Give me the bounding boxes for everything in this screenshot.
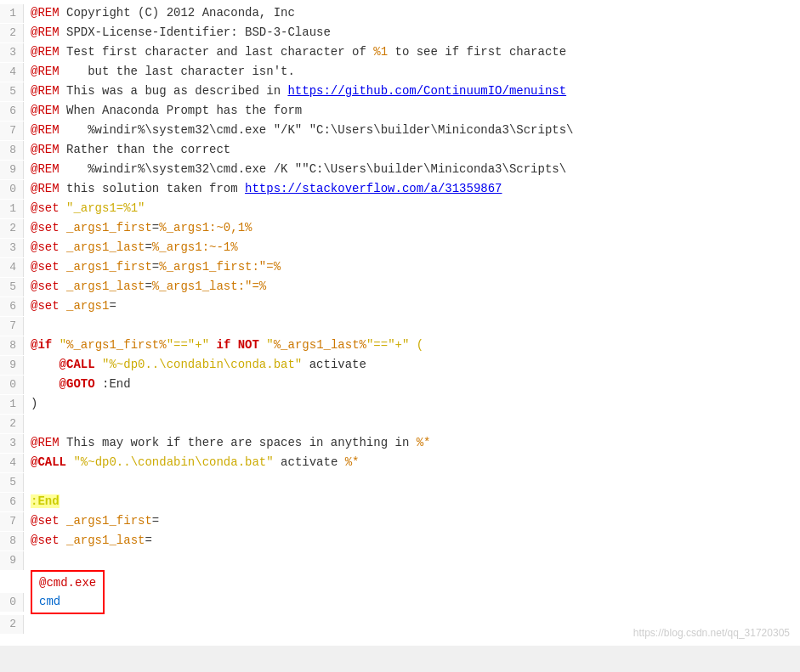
line-number: 2: [0, 415, 24, 433]
line-number: 6: [0, 297, 24, 316]
table-row: 7: [0, 316, 800, 336]
table-row: 8@if "%_args1_first%"=="+" if NOT "%_arg…: [0, 336, 800, 355]
table-row: 6@set _args1=: [0, 296, 800, 316]
line-number: 7: [0, 512, 24, 531]
line-number: 9: [0, 551, 24, 570]
line-number: 1: [0, 395, 24, 414]
table-row: 3@set _args1_last=%_args1:~-1%: [0, 238, 800, 257]
watermark: https://blog.csdn.net/qq_31720305: [633, 627, 790, 639]
line-number: 2: [0, 219, 24, 238]
table-row: 1@set "_args1=%1": [0, 199, 800, 218]
line-number: 4: [0, 63, 24, 82]
table-row: 7@REM %windir%\system32\cmd.exe "/K" "C:…: [0, 121, 800, 140]
table-row: 2@set _args1_first=%_args1:~0,1%: [0, 218, 800, 238]
table-row: 3@REM Test first character and last char…: [0, 42, 800, 62]
table-row: 5@REM This was a bug as described in htt…: [0, 82, 800, 101]
line-number: 2: [0, 615, 24, 634]
line-number: 5: [0, 278, 24, 296]
table-row: 8@REM Rather than the correct: [0, 140, 800, 160]
line-number: 4: [0, 258, 24, 277]
line-number: 3: [0, 434, 24, 453]
line-number: 6: [0, 102, 24, 121]
table-row: 3@REM This may work if there are spaces …: [0, 433, 800, 453]
line-number: 5: [0, 82, 24, 101]
table-row: 1@REM Copyright (C) 2012 Anaconda, Inc: [0, 3, 800, 23]
line-number: 9: [0, 161, 24, 179]
table-row: 4@set _args1_first=%_args1_first:"=%: [0, 257, 800, 277]
table-row: 4@REM but the last character isn't.: [0, 62, 800, 82]
line-number: 2: [0, 24, 24, 42]
table-row: 5: [0, 472, 800, 492]
table-row: 5@set _args1_last=%_args1_last:"=%: [0, 277, 800, 296]
code-editor: 1@REM Copyright (C) 2012 Anaconda, Inc2@…: [0, 0, 800, 646]
table-row: 9: [0, 551, 800, 570]
line-number: 0: [0, 180, 24, 199]
line-number: 7: [0, 121, 24, 140]
table-row: 2: [0, 414, 800, 433]
line-number: 1: [0, 200, 24, 218]
line-number: 1: [0, 4, 24, 23]
line-number: 8: [0, 336, 24, 355]
code-token: @cmd.exe: [39, 576, 96, 590]
line-number: 6: [0, 493, 24, 511]
table-row: 9@REM %windir%\system32\cmd.exe /K ""C:\…: [0, 160, 800, 179]
line-number: 0: [0, 593, 24, 612]
line-number: 9: [0, 356, 24, 375]
line-number: 3: [0, 239, 24, 257]
table-row: 7@set _args1_first=: [0, 511, 800, 531]
table-row: 2@REM SPDX-License-Identifier: BSD-3-Cla…: [0, 23, 800, 42]
line-number: 8: [0, 532, 24, 551]
line-number: 3: [0, 43, 24, 62]
line-number: 0: [0, 376, 24, 394]
table-row: 8@set _args1_last=: [0, 531, 800, 551]
table-row: 4@CALL "%~dp0..\condabin\conda.bat" acti…: [0, 453, 800, 472]
table-row: 9 @CALL "%~dp0..\condabin\conda.bat" act…: [0, 355, 800, 375]
code-token: cmd: [39, 595, 60, 608]
table-row: 0@REM this solution taken from https://s…: [0, 179, 800, 199]
table-row: 0 @GOTO :End: [0, 375, 800, 394]
line-number: 8: [0, 141, 24, 160]
line-number: 4: [0, 454, 24, 472]
table-row: 6:End: [0, 492, 800, 511]
table-row: 1): [0, 394, 800, 414]
table-row: 0@cmd.execmd: [0, 570, 800, 614]
highlight-box: @cmd.execmd: [31, 570, 105, 614]
line-number: 5: [0, 473, 24, 492]
table-row: 6@REM When Anaconda Prompt has the form: [0, 101, 800, 121]
line-number: 7: [0, 317, 24, 336]
